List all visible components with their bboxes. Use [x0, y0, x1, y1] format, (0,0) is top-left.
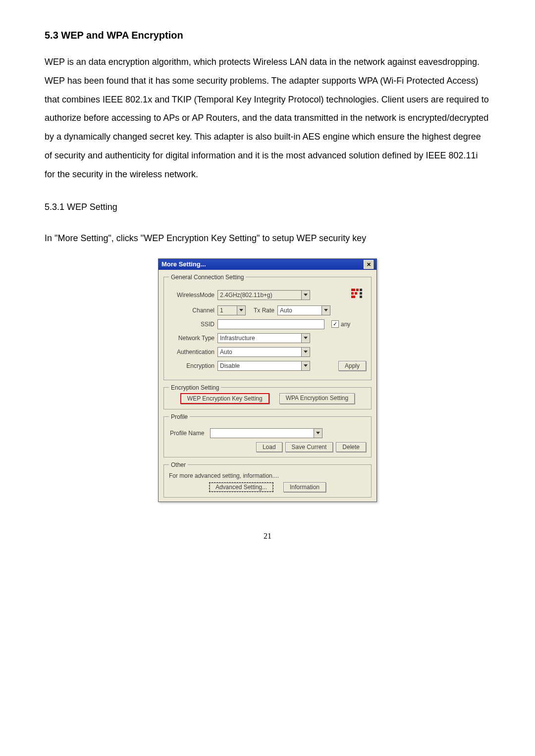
dialog-screenshot: More Setting... ✕ General Connection Set… — [45, 258, 490, 502]
brand-logo-icon — [351, 289, 366, 302]
chevron-down-icon[interactable] — [302, 347, 310, 357]
instruction-text: In "More Setting", clicks "WEP Encryptio… — [45, 233, 490, 244]
profile-legend: Profile — [169, 413, 190, 420]
advanced-setting-button[interactable]: Advanced Setting... — [209, 482, 273, 492]
wirelessmode-select[interactable]: 2.4GHz(802.11b+g) — [217, 290, 302, 300]
chevron-down-icon[interactable] — [302, 361, 310, 371]
networktype-label: Network Type — [169, 335, 217, 342]
more-setting-dialog: More Setting... ✕ General Connection Set… — [158, 258, 377, 502]
networktype-select[interactable]: Infrastructure — [217, 333, 302, 343]
chevron-down-icon[interactable] — [302, 290, 310, 300]
subsection-heading: 5.3.1 WEP Setting — [45, 202, 490, 212]
auth-select[interactable]: Auto — [217, 347, 302, 357]
dialog-title: More Setting... — [161, 260, 206, 268]
txrate-label: Tx Rate — [254, 307, 274, 314]
dialog-titlebar: More Setting... ✕ — [159, 259, 376, 270]
chevron-down-icon[interactable] — [322, 305, 330, 315]
encryption-legend: Encryption Setting — [169, 384, 221, 391]
encryption-setting-group: Encryption Setting WEP Encryption Key Se… — [163, 384, 372, 409]
apply-button[interactable]: Apply — [338, 361, 366, 371]
other-group: Other For more advanced setting, informa… — [163, 461, 372, 498]
encryption-select[interactable]: Disable — [217, 361, 302, 371]
txrate-select[interactable]: Auto — [277, 305, 322, 315]
auth-label: Authentication — [169, 349, 217, 355]
wpa-setting-button[interactable]: WPA Encryption Setting — [279, 393, 355, 404]
section-heading: 5.3 WEP and WPA Encryption — [45, 30, 490, 41]
any-checkbox[interactable] — [331, 320, 339, 328]
chevron-down-icon[interactable] — [314, 428, 322, 438]
delete-button[interactable]: Delete — [336, 442, 366, 452]
profilename-label: Profile Name — [169, 430, 207, 437]
other-text: For more advanced setting, information..… — [169, 472, 366, 479]
encryption-label: Encryption — [169, 362, 217, 369]
wirelessmode-label: WirelessMode — [169, 292, 217, 299]
profilename-select[interactable] — [210, 428, 314, 438]
any-checkbox-label: any — [341, 321, 350, 328]
channel-label: Channel — [169, 307, 217, 314]
ssid-input[interactable] — [217, 319, 324, 329]
profile-group: Profile Profile Name Load Save Current D… — [163, 413, 372, 457]
wep-setting-button[interactable]: WEP Encryption Key Setting — [180, 393, 269, 404]
other-legend: Other — [169, 461, 188, 468]
ssid-label: SSID — [169, 321, 217, 328]
information-button[interactable]: Information — [283, 482, 326, 492]
load-button[interactable]: Load — [256, 442, 282, 452]
chevron-down-icon[interactable] — [237, 305, 246, 315]
body-paragraph: WEP is an data encryption algorithm, whi… — [45, 53, 490, 184]
page-number: 21 — [45, 532, 490, 541]
general-connection-group: General Connection Setting WirelessMode … — [163, 274, 372, 380]
channel-select[interactable]: 1 — [217, 305, 237, 315]
save-current-button[interactable]: Save Current — [285, 442, 333, 452]
chevron-down-icon[interactable] — [302, 333, 310, 343]
general-legend: General Connection Setting — [169, 274, 246, 281]
close-icon[interactable]: ✕ — [364, 260, 374, 269]
